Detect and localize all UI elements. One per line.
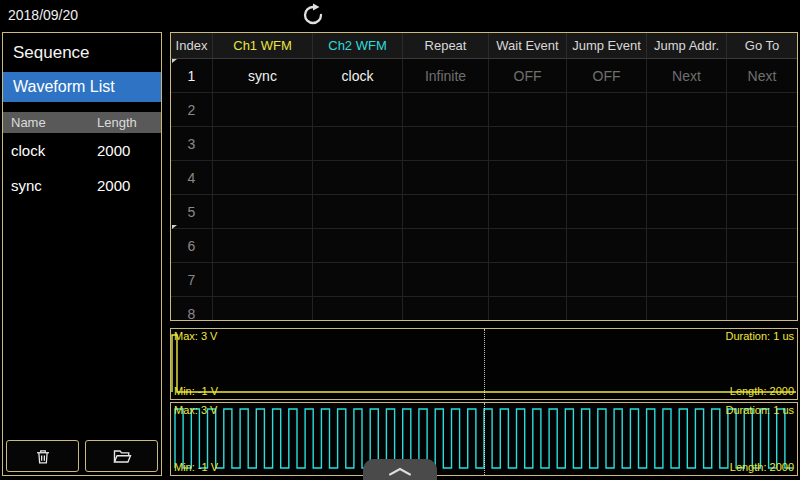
- waveform-name: clock: [3, 142, 97, 159]
- ch2-waveform-preview: Max: 3 V Duration: 1 us Min: -1 V Length…: [170, 402, 798, 476]
- cell-jump_addr: Next: [647, 59, 727, 92]
- refresh-icon[interactable]: [300, 2, 326, 28]
- cell-wait_event: OFF: [489, 59, 567, 92]
- cell-ch2_wfm: [313, 161, 403, 194]
- cell-index: 4: [171, 161, 213, 194]
- tab-waveform-list[interactable]: Waveform List: [3, 72, 161, 102]
- center-marker-line: [484, 329, 485, 399]
- chevron-up-icon: [387, 467, 413, 476]
- ch1-waveform-preview: Max: 3 V Duration: 1 us Min: -1 V Length…: [170, 328, 798, 400]
- cell-ch2_wfm: [313, 297, 403, 321]
- cell-go_to: [727, 195, 797, 228]
- row-marker: [172, 225, 177, 232]
- cell-go_to: [727, 93, 797, 126]
- drawer-handle[interactable]: [363, 459, 437, 480]
- cell-ch1_wfm: [213, 195, 313, 228]
- ch1-max-label: Max: 3 V: [174, 330, 217, 343]
- sequence-row-8[interactable]: 8: [171, 297, 797, 321]
- cell-repeat: [403, 297, 489, 321]
- cell-repeat: [403, 127, 489, 160]
- header-jump-addr-: Jump Addr.: [647, 33, 727, 58]
- cell-jump_addr: [647, 93, 727, 126]
- date-display: 2018/09/20: [8, 7, 78, 23]
- cell-jump_addr: [647, 195, 727, 228]
- header-jump-event: Jump Event: [567, 33, 647, 58]
- cell-ch1_wfm: [213, 161, 313, 194]
- cell-go_to: [727, 297, 797, 321]
- sequence-row-2[interactable]: 2: [171, 93, 797, 127]
- sequence-row-5[interactable]: 5: [171, 195, 797, 229]
- header-go-to: Go To: [727, 33, 797, 58]
- cell-ch2_wfm: clock: [313, 59, 403, 92]
- cell-wait_event: [489, 127, 567, 160]
- waveform-list-header-name: Name: [3, 115, 97, 130]
- cell-go_to: [727, 161, 797, 194]
- cell-ch2_wfm: [313, 93, 403, 126]
- cell-jump_addr: [647, 161, 727, 194]
- delete-button[interactable]: [6, 440, 79, 472]
- cell-ch2_wfm: [313, 127, 403, 160]
- cell-index: 5: [171, 195, 213, 228]
- waveform-list-item-sync[interactable]: sync2000: [3, 168, 161, 203]
- sequence-row-6[interactable]: 6: [171, 229, 797, 263]
- cell-repeat: [403, 263, 489, 296]
- cell-index: 6: [171, 229, 213, 262]
- cell-ch2_wfm: [313, 263, 403, 296]
- header-wait-event: Wait Event: [489, 33, 567, 58]
- waveform-list-header-length: Length: [97, 115, 161, 130]
- cell-index: 2: [171, 93, 213, 126]
- cell-repeat: [403, 161, 489, 194]
- sequence-table-header: IndexCh1 WFMCh2 WFMRepeatWait EventJump …: [171, 33, 797, 59]
- cell-ch2_wfm: [313, 195, 403, 228]
- sidebar-title: Sequence: [3, 33, 161, 72]
- cell-wait_event: [489, 93, 567, 126]
- ch1-length-label: Length: 2000: [730, 385, 794, 398]
- cell-jump_addr: [647, 297, 727, 321]
- header-repeat: Repeat: [403, 33, 489, 58]
- cell-repeat: [403, 195, 489, 228]
- sequence-table-body: 1syncclockInfiniteOFFOFFNextNext2345678: [171, 59, 797, 321]
- waveform-length: 2000: [97, 177, 161, 194]
- open-button[interactable]: [85, 440, 158, 472]
- cell-jump_event: [567, 195, 647, 228]
- cell-repeat: [403, 93, 489, 126]
- cell-ch1_wfm: sync: [213, 59, 313, 92]
- cell-wait_event: [489, 263, 567, 296]
- cell-index: 7: [171, 263, 213, 296]
- cell-jump_event: [567, 297, 647, 321]
- ch1-duration-label: Duration: 1 us: [726, 330, 794, 343]
- cell-jump_addr: [647, 263, 727, 296]
- cell-wait_event: [489, 161, 567, 194]
- waveform-list-item-clock[interactable]: clock2000: [3, 133, 161, 168]
- folder-open-icon: [111, 447, 133, 466]
- sidebar-buttons: [6, 440, 158, 472]
- cell-ch2_wfm: [313, 229, 403, 262]
- sequence-sidebar: Sequence Waveform List Name Length clock…: [2, 32, 162, 476]
- cell-ch1_wfm: [213, 229, 313, 262]
- header-index: Index: [171, 33, 213, 58]
- cell-jump_event: [567, 229, 647, 262]
- center-marker-line: [484, 403, 485, 475]
- cell-index: 1: [171, 59, 213, 92]
- cell-jump_event: [567, 161, 647, 194]
- sequence-table: IndexCh1 WFMCh2 WFMRepeatWait EventJump …: [170, 32, 798, 321]
- ch2-max-label: Max: 3 V: [174, 404, 217, 417]
- header-ch1-wfm: Ch1 WFM: [213, 33, 313, 58]
- cell-jump_addr: [647, 127, 727, 160]
- sequence-row-7[interactable]: 7: [171, 263, 797, 297]
- ch2-length-label: Length: 2000: [730, 461, 794, 474]
- cell-ch1_wfm: [213, 263, 313, 296]
- cell-jump_event: [567, 93, 647, 126]
- header-ch2-wfm: Ch2 WFM: [313, 33, 403, 58]
- cell-wait_event: [489, 229, 567, 262]
- cell-ch1_wfm: [213, 297, 313, 321]
- sequence-row-1[interactable]: 1syncclockInfiniteOFFOFFNextNext: [171, 59, 797, 93]
- cell-index: 3: [171, 127, 213, 160]
- cell-jump_event: [567, 127, 647, 160]
- cell-repeat: Infinite: [403, 59, 489, 92]
- sequence-row-4[interactable]: 4: [171, 161, 797, 195]
- waveform-list: clock2000sync2000: [3, 133, 161, 203]
- cell-wait_event: [489, 195, 567, 228]
- ch2-duration-label: Duration: 1 us: [726, 404, 794, 417]
- sequence-row-3[interactable]: 3: [171, 127, 797, 161]
